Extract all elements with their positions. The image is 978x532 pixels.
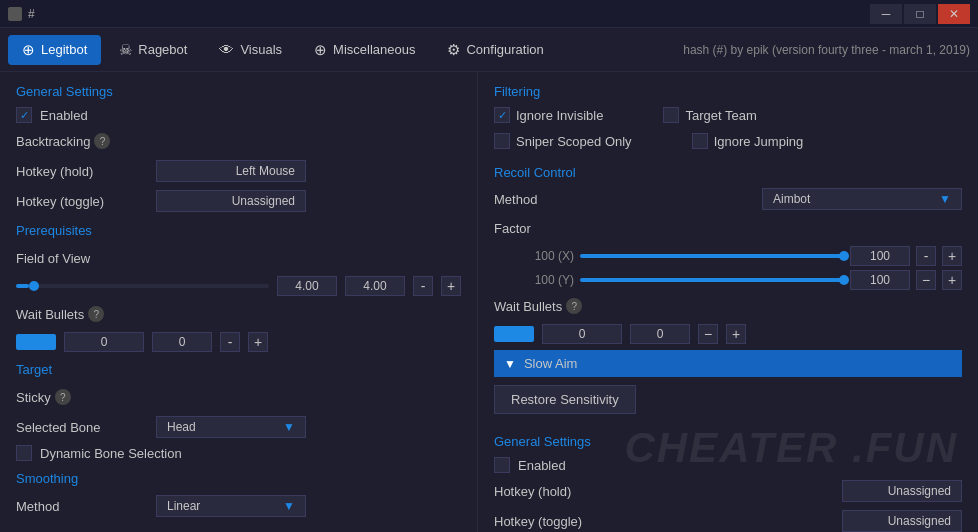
tab-config-label: Configuration: [466, 42, 543, 57]
selected-bone-value: Head: [167, 420, 196, 434]
smoothing-label: Smoothing: [16, 471, 461, 486]
misc-icon: ⊕: [314, 41, 327, 59]
fov-slider-row: 4.00 4.00 - +: [16, 276, 461, 296]
factor-y-plus-btn[interactable]: +: [942, 270, 962, 290]
close-button[interactable]: ✕: [938, 4, 970, 24]
smoothing-method-dropdown[interactable]: Linear ▼: [156, 495, 306, 517]
wait-bullets-slider-thumb: [16, 334, 56, 350]
hotkey-toggle-label: Hotkey (toggle): [16, 194, 156, 209]
recoil-control-label: Recoil Control: [494, 165, 962, 180]
right-hotkey-toggle-label: Hotkey (toggle): [494, 514, 634, 529]
hotkey-hold-value[interactable]: Left Mouse: [156, 160, 306, 182]
fov-minus-btn[interactable]: -: [413, 276, 433, 296]
selected-bone-dropdown[interactable]: Head ▼: [156, 416, 306, 438]
recoil-method-arrow: ▼: [939, 192, 951, 206]
sticky-label: Sticky: [16, 390, 51, 405]
hotkey-toggle-value[interactable]: Unassigned: [156, 190, 306, 212]
factor-x-row: 100 (X) 100 - +: [494, 246, 962, 266]
fov-value2: 4.00: [345, 276, 405, 296]
slow-aim-arrow: ▼: [504, 357, 516, 371]
wait-bullets-help-icon[interactable]: ?: [88, 306, 104, 322]
sniper-scoped-checkbox[interactable]: [494, 133, 510, 149]
general-settings-label: General Settings: [16, 84, 461, 99]
maximize-button[interactable]: □: [904, 4, 936, 24]
recoil-method-dropdown-box[interactable]: Aimbot ▼: [762, 188, 962, 210]
sniper-scoped-label: Sniper Scoped Only: [516, 134, 632, 149]
right-enabled-label: Enabled: [518, 458, 566, 473]
selected-bone-arrow: ▼: [283, 420, 295, 434]
hotkey-toggle-row: Hotkey (toggle) Unassigned: [16, 189, 461, 213]
right-hotkey-hold-value[interactable]: Unassigned: [842, 480, 962, 502]
right-wait-bullets-row: Wait Bullets ?: [494, 294, 962, 318]
target-team-label: Target Team: [685, 108, 756, 123]
right-wait-bullets-help[interactable]: ?: [566, 298, 582, 314]
factor-x-slider[interactable]: [580, 254, 844, 258]
right-hotkey-toggle-value[interactable]: Unassigned: [842, 510, 962, 532]
window-controls: ─ □ ✕: [870, 4, 970, 24]
restore-sensitivity-btn[interactable]: Restore Sensitivity: [494, 385, 636, 414]
right-wait-bullets-slider-row: 0 0 − +: [494, 324, 962, 344]
wait-bullets-plus-btn[interactable]: +: [248, 332, 268, 352]
tab-configuration[interactable]: ⚙ Configuration: [433, 35, 557, 65]
tab-misc-label: Miscellaneous: [333, 42, 415, 57]
tab-visuals-label: Visuals: [240, 42, 282, 57]
filtering-label: Filtering: [494, 84, 962, 99]
hotkey-hold-label: Hotkey (hold): [16, 164, 156, 179]
ignore-jumping-checkbox[interactable]: [692, 133, 708, 149]
minimize-button[interactable]: ─: [870, 4, 902, 24]
factor-y-row: 100 (Y) 100 − +: [494, 270, 962, 290]
right-wait-bullets-minus[interactable]: −: [698, 324, 718, 344]
factor-y-slider[interactable]: [580, 278, 844, 282]
wait-bullets-minus-btn[interactable]: -: [220, 332, 240, 352]
wait-bullets-value1: 0: [64, 332, 144, 352]
factor-y-value: 100: [850, 270, 910, 290]
fov-label: Field of View: [16, 251, 90, 266]
fov-slider-track[interactable]: [16, 284, 269, 288]
fov-label-row: Field of View: [16, 246, 461, 270]
fov-plus-btn[interactable]: +: [441, 276, 461, 296]
recoil-method-dropdown[interactable]: Aimbot ▼: [762, 188, 962, 210]
right-hotkey-toggle-row: Hotkey (toggle) Unassigned: [494, 509, 962, 532]
sticky-help-icon[interactable]: ?: [55, 389, 71, 405]
tab-visuals[interactable]: 👁 Visuals: [205, 35, 296, 64]
factor-label-row: Factor: [16, 524, 461, 532]
slow-aim-header[interactable]: ▼ Slow Aim: [494, 350, 962, 377]
smoothing-method-label: Method: [16, 499, 156, 514]
factor-y-minus-btn[interactable]: −: [916, 270, 936, 290]
ragebot-icon: ☠: [119, 41, 132, 59]
ignore-invisible-checkbox[interactable]: [494, 107, 510, 123]
factor-x-value: 100: [850, 246, 910, 266]
dynamic-bone-checkbox[interactable]: [16, 445, 32, 461]
target-label: Target: [16, 362, 461, 377]
tab-bar: ⊕ Legitbot ☠ Ragebot 👁 Visuals ⊕ Miscell…: [0, 28, 978, 72]
tab-legitbot-label: Legitbot: [41, 42, 87, 57]
factor-x-plus-btn[interactable]: +: [942, 246, 962, 266]
ignore-jumping-item: Ignore Jumping: [692, 133, 804, 149]
factor-x-minus-btn[interactable]: -: [916, 246, 936, 266]
smoothing-method-arrow: ▼: [283, 499, 295, 513]
target-team-checkbox[interactable]: [663, 107, 679, 123]
recoil-factor-label-row: Factor: [494, 216, 962, 240]
right-wait-bullets-thumb: [494, 326, 534, 342]
backtracking-label: Backtracking: [16, 134, 90, 149]
right-wait-bullets-val1: 0: [542, 324, 622, 344]
tab-ragebot[interactable]: ☠ Ragebot: [105, 35, 201, 65]
visuals-icon: 👁: [219, 41, 234, 58]
ignore-invisible-item: Ignore Invisible: [494, 107, 603, 123]
recoil-method-value: Aimbot: [773, 192, 810, 206]
target-team-item: Target Team: [663, 107, 756, 123]
enabled-checkbox[interactable]: [16, 107, 32, 123]
dynamic-bone-label: Dynamic Bone Selection: [40, 446, 182, 461]
backtracking-help-icon[interactable]: ?: [94, 133, 110, 149]
wait-bullets-label: Wait Bullets: [16, 307, 84, 322]
right-wait-bullets-plus[interactable]: +: [726, 324, 746, 344]
dynamic-bone-row: Dynamic Bone Selection: [16, 445, 461, 461]
wait-bullets-row: Wait Bullets ?: [16, 302, 461, 326]
recoil-method-row: Method Aimbot ▼: [494, 188, 962, 210]
tab-legitbot[interactable]: ⊕ Legitbot: [8, 35, 101, 65]
version-text: hash (#) by epik (version fourty three -…: [683, 43, 970, 57]
tab-miscellaneous[interactable]: ⊕ Miscellaneous: [300, 35, 429, 65]
right-enabled-row: Enabled: [494, 457, 962, 473]
config-icon: ⚙: [447, 41, 460, 59]
right-enabled-checkbox[interactable]: [494, 457, 510, 473]
